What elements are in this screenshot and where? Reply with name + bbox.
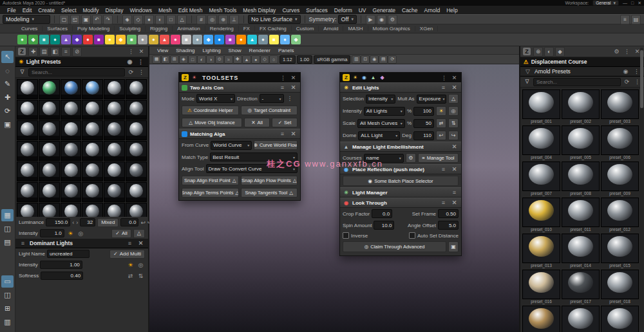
shelf-tab-2[interactable]: Poly Modeling — [73, 26, 115, 32]
material-preset-thumbnail-1[interactable]: preset_002 — [562, 89, 600, 124]
light-preset-thumbnail-27[interactable] — [82, 161, 103, 181]
spin-amount-value[interactable]: 10.0 — [374, 221, 394, 230]
light-preset-thumbnail-25[interactable] — [39, 161, 60, 181]
move-tool-icon[interactable]: ✚ — [1, 91, 14, 104]
light-preset-thumbnail-22[interactable] — [104, 141, 125, 161]
menu-item-2[interactable]: Create — [35, 7, 58, 14]
viewport-menu-5[interactable]: Panels — [274, 48, 298, 53]
viewport-menu-4[interactable]: Renderer — [245, 48, 274, 53]
luminance-value[interactable]: 150.0 — [46, 218, 70, 226]
menu-item-11[interactable]: Curves — [279, 7, 303, 14]
close-section-icon[interactable]: ✕ — [289, 84, 298, 92]
rotate-tool-icon[interactable]: ⟳ — [1, 105, 14, 117]
light-preset-thumbnail-26[interactable] — [61, 161, 82, 181]
options-icon[interactable]: ⋮ — [137, 58, 145, 66]
target-constraint-button[interactable]: ◎ Target Constraint — [241, 106, 298, 115]
viewport-menu-3[interactable]: Show — [225, 48, 245, 53]
editor-toggle-icon[interactable]: ◫ — [1, 223, 14, 235]
shelf-tab-4[interactable]: Rigging — [146, 26, 173, 32]
shelf-muscle-icon[interactable]: ● — [280, 35, 290, 44]
viewport-chip-0[interactable]: 1:12 — [279, 55, 296, 64]
render-icon[interactable]: ▶ — [366, 15, 375, 24]
menuset-select[interactable]: Modeling — [3, 15, 50, 24]
grid-toggle-icon[interactable]: ▦ — [152, 55, 161, 64]
light-preset-thumbnail-4[interactable] — [104, 79, 125, 99]
select-object-icon[interactable]: ◇ — [133, 15, 143, 24]
textured-mode-icon[interactable]: ◇ — [260, 55, 269, 64]
set-frame-value[interactable]: 0.50 — [438, 209, 459, 218]
claim-through-advanced-button[interactable]: ◎ Claim Through Advanced — [343, 241, 446, 252]
light-preset-thumbnail-3[interactable] — [82, 79, 103, 99]
scale-percent-value[interactable]: 50 — [413, 119, 434, 128]
shelf-tab-9[interactable]: Custom — [292, 26, 319, 32]
more-options-icon[interactable]: ⋮ — [137, 68, 146, 77]
material-preset-thumbnail-15[interactable]: preset_016 — [522, 270, 560, 304]
info-icon[interactable]: ◉ — [621, 68, 630, 76]
menu-item-8[interactable]: Edit Mesh — [175, 7, 206, 14]
gear-icon-button[interactable]: ⚙ — [406, 153, 416, 163]
viewport-chip-2[interactable]: sRGB gamma — [314, 55, 350, 64]
shelf-poly-cube-icon[interactable]: ◆ — [28, 35, 38, 44]
softness-value[interactable]: 0.40 — [41, 272, 83, 280]
default-material-icon[interactable]: ○ — [269, 55, 278, 64]
material-preset-thumbnail-16[interactable]: preset_017 — [562, 270, 600, 304]
close-section-icon[interactable]: ✕ — [450, 165, 459, 174]
shelf-tab-12[interactable]: Motion Graphics — [368, 26, 415, 32]
intensity-percent-value[interactable]: 100 — [413, 107, 434, 116]
render-settings-icon[interactable]: ⚙ — [388, 15, 397, 24]
light-preset-thumbnail-38[interactable] — [61, 203, 82, 217]
menu-item-13[interactable]: Deform — [331, 7, 355, 14]
add-preset-icon[interactable]: ⊕ — [533, 47, 543, 57]
material-preset-thumbnail-0[interactable]: preset_001 — [522, 89, 560, 124]
material-preset-thumbnail-13[interactable]: preset_014 — [562, 234, 600, 268]
menu-item-0[interactable]: File — [4, 7, 19, 14]
material-preset-thumbnail-3[interactable]: preset_004 — [522, 125, 560, 160]
close-window-button[interactable]: ✕ — [638, 1, 641, 6]
refresh-presets-icon[interactable]: ⟳ — [623, 78, 631, 86]
material-preset-thumbnail-18[interactable]: preset_019 — [522, 306, 560, 332]
motion-blur-icon[interactable]: ≈ — [224, 55, 233, 64]
from-curve-select[interactable]: World Curve — [211, 141, 252, 150]
light-preset-thumbnail-0[interactable] — [17, 79, 38, 99]
hotbox-controls-icon[interactable]: ≡ — [620, 15, 630, 24]
light-preset-thumbnail-30[interactable] — [17, 182, 38, 202]
lighting-toggle-icon[interactable]: ◐ — [197, 55, 206, 64]
shelf-surface-icon[interactable]: ■ — [182, 35, 191, 44]
light-preset-thumbnail-18[interactable] — [17, 141, 38, 161]
close-section-icon[interactable]: ✕ — [450, 84, 459, 92]
dominant-intensity-value[interactable]: 1.00 — [40, 261, 82, 269]
collapse-icon[interactable]: ≡ — [439, 84, 448, 92]
shelf-shader-ball-icon[interactable]: ● — [149, 35, 158, 44]
snap-align-terms-points-button[interactable]: Snap Align Terms Points △ — [182, 188, 239, 198]
menu-item-5[interactable]: Display — [102, 7, 127, 14]
close-section-icon[interactable]: ✕ — [137, 239, 145, 248]
light-preset-thumbnail-40[interactable] — [104, 203, 125, 217]
light-preset-thumbnail-12[interactable] — [17, 120, 38, 140]
light-preset-thumbnail-10[interactable] — [104, 100, 125, 120]
panel-menu-icon[interactable]: ⋮ — [127, 48, 135, 56]
aim-icon[interactable]: ◎ — [137, 261, 145, 269]
new-scene-icon[interactable]: ▢ — [59, 15, 69, 24]
symmetry-select[interactable]: Off — [338, 15, 357, 24]
light-preset-thumbnail-41[interactable] — [126, 203, 147, 217]
search-input[interactable] — [533, 78, 621, 86]
menu-item-10[interactable]: Mesh Display — [240, 7, 279, 14]
shelf-poly-cylinder-icon[interactable]: ■ — [39, 35, 49, 44]
delta-button[interactable]: △ — [133, 229, 145, 238]
light-preset-thumbnail-35[interactable] — [126, 182, 147, 202]
search-input[interactable] — [28, 68, 125, 77]
material-preset-thumbnail-20[interactable]: preset_021 — [601, 306, 639, 332]
ao-toggle-icon[interactable]: ⊙ — [215, 55, 224, 64]
material-preset-thumbnail-8[interactable]: preset_009 — [601, 161, 639, 196]
material-preset-thumbnail-17[interactable]: preset_018 — [601, 270, 639, 304]
gate-mask-icon[interactable]: ◧ — [161, 55, 170, 64]
light-preset-thumbnail-21[interactable] — [82, 141, 103, 161]
advanced-options-icon-button[interactable]: ▣ — [448, 241, 459, 252]
manage-tool-button[interactable]: ≡ Manage Tool — [418, 153, 459, 163]
select-hierarchy-icon[interactable]: ◈ — [122, 15, 132, 24]
field-chart-icon[interactable]: ⊡ — [361, 55, 370, 64]
select-component-icon[interactable]: ● — [144, 15, 154, 24]
select-mask-icon[interactable]: □ — [166, 15, 176, 24]
shelf-blinn-icon[interactable]: ● — [171, 35, 180, 44]
selection-select[interactable]: Intensity — [366, 95, 395, 104]
